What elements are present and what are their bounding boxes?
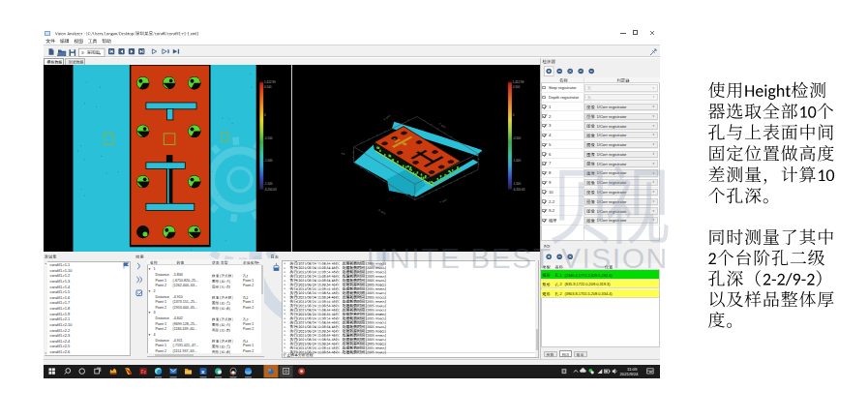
svg-text:-1.500: -1.500 xyxy=(512,182,521,186)
svg-text:-6,200.63: -6,200.63 xyxy=(512,188,524,192)
svg-text:1,412.99: 1,412.99 xyxy=(264,80,276,84)
svg-text:Fz: Fz xyxy=(140,369,146,375)
svg-text:0.500: 0.500 xyxy=(512,85,520,89)
svg-text:-6,200.63: -6,200.63 xyxy=(264,188,277,192)
svg-text:-1.000: -1.000 xyxy=(264,159,273,163)
svg-text:-0.500: -0.500 xyxy=(512,136,521,140)
svg-text:-1.000: -1.000 xyxy=(512,159,521,163)
svg-text:-1.500: -1.500 xyxy=(264,182,273,186)
svg-text:1,412.99: 1,412.99 xyxy=(512,80,524,84)
svg-text:Z: Z xyxy=(341,153,344,155)
svg-text:0.500: 0.500 xyxy=(264,85,272,89)
svg-text:2021/8/24: 2021/8/24 xyxy=(619,372,639,376)
svg-text:▾: ▾ xyxy=(99,51,101,56)
svg-text:-0.500: -0.500 xyxy=(264,136,273,140)
svg-text:3:: 3: xyxy=(81,50,85,55)
